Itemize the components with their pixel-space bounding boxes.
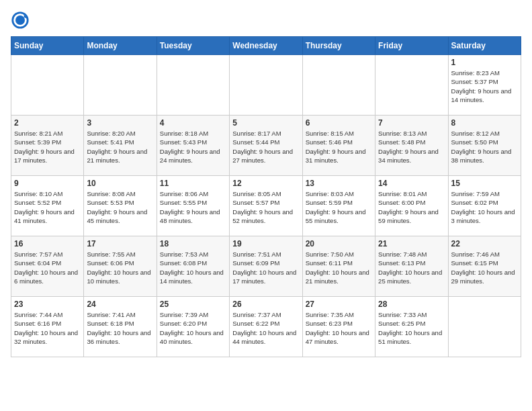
day-info: Sunrise: 7:48 AM Sunset: 6:13 PM Dayligh… bbox=[378, 250, 445, 285]
day-info: Sunrise: 8:10 AM Sunset: 5:52 PM Dayligh… bbox=[14, 189, 81, 225]
day-number: 8 bbox=[451, 118, 518, 128]
calendar-cell: 21Sunrise: 7:48 AM Sunset: 6:13 PM Dayli… bbox=[375, 236, 448, 297]
week-row-4: 16Sunrise: 7:57 AM Sunset: 6:04 PM Dayli… bbox=[11, 236, 521, 297]
calendar-cell: 9Sunrise: 8:10 AM Sunset: 5:52 PM Daylig… bbox=[11, 176, 84, 236]
weekday-header-sunday: Sunday bbox=[11, 37, 84, 55]
calendar-cell: 1Sunrise: 8:23 AM Sunset: 5:37 PM Daylig… bbox=[448, 55, 521, 116]
calendar: SundayMondayTuesdayWednesdayThursdayFrid… bbox=[11, 36, 521, 357]
weekday-header-tuesday: Tuesday bbox=[157, 37, 229, 55]
day-number: 10 bbox=[87, 179, 153, 188]
calendar-cell: 19Sunrise: 7:51 AM Sunset: 6:09 PM Dayli… bbox=[230, 236, 302, 297]
weekday-header-wednesday: Wednesday bbox=[230, 37, 302, 55]
calendar-cell: 20Sunrise: 7:50 AM Sunset: 6:11 PM Dayli… bbox=[302, 236, 375, 297]
week-row-1: 1Sunrise: 8:23 AM Sunset: 5:37 PM Daylig… bbox=[11, 55, 521, 116]
calendar-cell: 14Sunrise: 8:01 AM Sunset: 6:00 PM Dayli… bbox=[375, 176, 448, 236]
day-info: Sunrise: 7:50 AM Sunset: 6:11 PM Dayligh… bbox=[306, 250, 372, 285]
calendar-cell bbox=[11, 55, 84, 116]
calendar-cell bbox=[375, 55, 448, 116]
week-row-2: 2Sunrise: 8:21 AM Sunset: 5:39 PM Daylig… bbox=[11, 116, 521, 176]
calendar-cell: 8Sunrise: 8:12 AM Sunset: 5:50 PM Daylig… bbox=[448, 116, 521, 176]
day-info: Sunrise: 8:20 AM Sunset: 5:41 PM Dayligh… bbox=[87, 129, 153, 165]
day-info: Sunrise: 8:15 AM Sunset: 5:46 PM Dayligh… bbox=[306, 129, 372, 165]
calendar-cell: 17Sunrise: 7:55 AM Sunset: 6:06 PM Dayli… bbox=[84, 236, 157, 297]
calendar-cell: 26Sunrise: 7:37 AM Sunset: 6:22 PM Dayli… bbox=[230, 297, 302, 357]
calendar-cell: 2Sunrise: 8:21 AM Sunset: 5:39 PM Daylig… bbox=[11, 116, 84, 176]
day-info: Sunrise: 7:41 AM Sunset: 6:18 PM Dayligh… bbox=[87, 310, 153, 346]
day-info: Sunrise: 7:53 AM Sunset: 6:08 PM Dayligh… bbox=[160, 250, 226, 285]
calendar-cell: 28Sunrise: 7:33 AM Sunset: 6:25 PM Dayli… bbox=[375, 297, 448, 357]
day-number: 9 bbox=[14, 179, 81, 188]
week-row-3: 9Sunrise: 8:10 AM Sunset: 5:52 PM Daylig… bbox=[11, 176, 521, 236]
calendar-cell: 22Sunrise: 7:46 AM Sunset: 6:15 PM Dayli… bbox=[448, 236, 521, 297]
day-number: 5 bbox=[232, 118, 299, 128]
day-info: Sunrise: 7:57 AM Sunset: 6:04 PM Dayligh… bbox=[14, 250, 81, 285]
calendar-cell bbox=[84, 55, 157, 116]
day-info: Sunrise: 8:18 AM Sunset: 5:43 PM Dayligh… bbox=[160, 129, 226, 165]
day-info: Sunrise: 8:08 AM Sunset: 5:53 PM Dayligh… bbox=[87, 189, 153, 225]
day-number: 16 bbox=[14, 239, 81, 248]
calendar-cell: 10Sunrise: 8:08 AM Sunset: 5:53 PM Dayli… bbox=[84, 176, 157, 236]
day-info: Sunrise: 8:12 AM Sunset: 5:50 PM Dayligh… bbox=[451, 129, 518, 165]
day-info: Sunrise: 8:05 AM Sunset: 5:57 PM Dayligh… bbox=[232, 189, 299, 225]
day-number: 4 bbox=[160, 118, 226, 128]
calendar-cell bbox=[230, 55, 302, 116]
day-number: 27 bbox=[306, 300, 372, 309]
day-number: 3 bbox=[87, 118, 153, 128]
calendar-cell: 25Sunrise: 7:39 AM Sunset: 6:20 PM Dayli… bbox=[157, 297, 229, 357]
weekday-header-monday: Monday bbox=[84, 37, 157, 55]
weekday-header-friday: Friday bbox=[375, 37, 448, 55]
weekday-header-row: SundayMondayTuesdayWednesdayThursdayFrid… bbox=[11, 37, 521, 55]
day-number: 1 bbox=[451, 58, 518, 67]
day-info: Sunrise: 7:35 AM Sunset: 6:23 PM Dayligh… bbox=[306, 310, 372, 346]
day-info: Sunrise: 7:51 AM Sunset: 6:09 PM Dayligh… bbox=[232, 250, 299, 285]
calendar-cell bbox=[157, 55, 229, 116]
day-number: 13 bbox=[306, 179, 372, 188]
calendar-cell: 12Sunrise: 8:05 AM Sunset: 5:57 PM Dayli… bbox=[230, 176, 302, 236]
calendar-cell: 27Sunrise: 7:35 AM Sunset: 6:23 PM Dayli… bbox=[302, 297, 375, 357]
day-number: 22 bbox=[451, 239, 518, 248]
calendar-cell: 13Sunrise: 8:03 AM Sunset: 5:59 PM Dayli… bbox=[302, 176, 375, 236]
calendar-cell bbox=[448, 297, 521, 357]
day-info: Sunrise: 7:55 AM Sunset: 6:06 PM Dayligh… bbox=[87, 250, 153, 285]
day-number: 18 bbox=[160, 239, 226, 248]
day-info: Sunrise: 7:59 AM Sunset: 6:02 PM Dayligh… bbox=[451, 189, 518, 225]
calendar-cell: 23Sunrise: 7:44 AM Sunset: 6:16 PM Dayli… bbox=[11, 297, 84, 357]
day-number: 21 bbox=[378, 239, 445, 248]
day-number: 2 bbox=[14, 118, 81, 128]
day-info: Sunrise: 8:01 AM Sunset: 6:00 PM Dayligh… bbox=[378, 189, 445, 225]
day-number: 19 bbox=[232, 239, 299, 248]
calendar-cell: 4Sunrise: 8:18 AM Sunset: 5:43 PM Daylig… bbox=[157, 116, 229, 176]
day-info: Sunrise: 7:37 AM Sunset: 6:22 PM Dayligh… bbox=[232, 310, 299, 346]
calendar-cell: 11Sunrise: 8:06 AM Sunset: 5:55 PM Dayli… bbox=[157, 176, 229, 236]
day-number: 25 bbox=[160, 300, 226, 309]
calendar-cell: 3Sunrise: 8:20 AM Sunset: 5:41 PM Daylig… bbox=[84, 116, 157, 176]
day-number: 24 bbox=[87, 300, 153, 309]
calendar-cell: 24Sunrise: 7:41 AM Sunset: 6:18 PM Dayli… bbox=[84, 297, 157, 357]
page-header bbox=[11, 11, 521, 30]
day-info: Sunrise: 8:17 AM Sunset: 5:44 PM Dayligh… bbox=[232, 129, 299, 165]
day-info: Sunrise: 7:33 AM Sunset: 6:25 PM Dayligh… bbox=[378, 310, 445, 346]
day-number: 28 bbox=[378, 300, 445, 309]
logo-icon bbox=[11, 11, 30, 30]
day-info: Sunrise: 7:46 AM Sunset: 6:15 PM Dayligh… bbox=[451, 250, 518, 285]
day-number: 14 bbox=[378, 179, 445, 188]
day-number: 20 bbox=[306, 239, 372, 248]
day-number: 26 bbox=[232, 300, 299, 309]
day-number: 23 bbox=[14, 300, 81, 309]
calendar-cell: 7Sunrise: 8:13 AM Sunset: 5:48 PM Daylig… bbox=[375, 116, 448, 176]
day-info: Sunrise: 7:44 AM Sunset: 6:16 PM Dayligh… bbox=[14, 310, 81, 346]
day-info: Sunrise: 8:06 AM Sunset: 5:55 PM Dayligh… bbox=[160, 189, 226, 225]
weekday-header-thursday: Thursday bbox=[302, 37, 375, 55]
weekday-header-saturday: Saturday bbox=[448, 37, 521, 55]
calendar-cell: 16Sunrise: 7:57 AM Sunset: 6:04 PM Dayli… bbox=[11, 236, 84, 297]
day-info: Sunrise: 8:13 AM Sunset: 5:48 PM Dayligh… bbox=[378, 129, 445, 165]
day-number: 12 bbox=[232, 179, 299, 188]
day-info: Sunrise: 7:39 AM Sunset: 6:20 PM Dayligh… bbox=[160, 310, 226, 346]
calendar-cell: 5Sunrise: 8:17 AM Sunset: 5:44 PM Daylig… bbox=[230, 116, 302, 176]
week-row-5: 23Sunrise: 7:44 AM Sunset: 6:16 PM Dayli… bbox=[11, 297, 521, 357]
calendar-cell: 15Sunrise: 7:59 AM Sunset: 6:02 PM Dayli… bbox=[448, 176, 521, 236]
day-info: Sunrise: 8:23 AM Sunset: 5:37 PM Dayligh… bbox=[451, 68, 518, 104]
calendar-cell: 6Sunrise: 8:15 AM Sunset: 5:46 PM Daylig… bbox=[302, 116, 375, 176]
calendar-cell bbox=[302, 55, 375, 116]
svg-point-2 bbox=[15, 15, 25, 25]
